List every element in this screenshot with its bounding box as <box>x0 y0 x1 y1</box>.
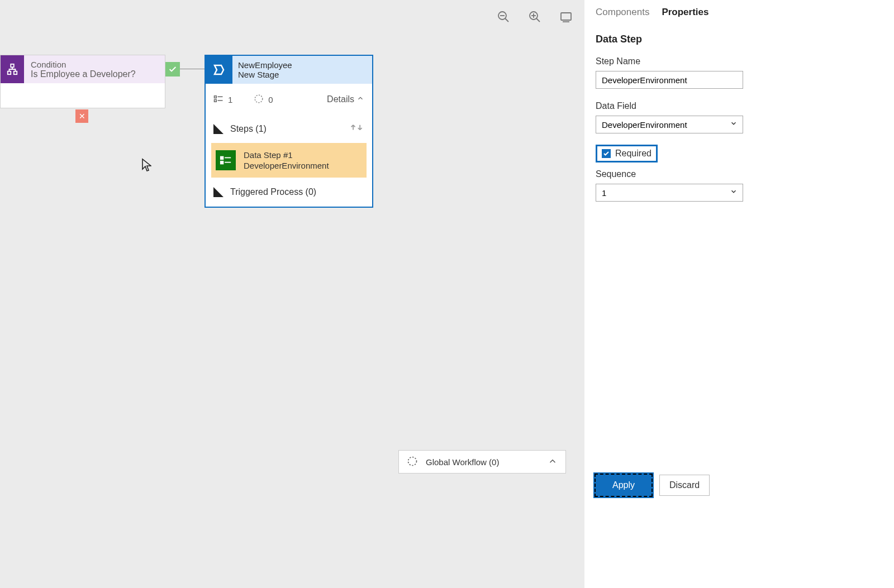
steps-label: Steps (1) <box>230 124 267 134</box>
svg-rect-9 <box>11 64 14 68</box>
apply-button[interactable]: Apply <box>596 475 652 496</box>
data-field-select[interactable] <box>596 116 743 133</box>
workflow-count: 0 <box>268 95 273 104</box>
stage-header: NewEmployee New Stage <box>206 56 372 84</box>
step-name-input[interactable] <box>596 71 743 89</box>
details-toggle[interactable]: Details <box>327 94 364 104</box>
connector-line <box>180 69 205 69</box>
checkbox-checked-icon <box>602 149 611 158</box>
fields-count: 1 <box>228 95 232 104</box>
discard-button[interactable]: Discard <box>659 475 710 496</box>
data-step-field: DeveloperEnvironment <box>244 160 329 171</box>
triggered-process-row[interactable]: Triggered Process (0) <box>206 178 372 207</box>
data-step-icon <box>216 150 236 170</box>
global-workflow-bar[interactable]: Global Workflow (0) <box>398 450 566 474</box>
svg-line-1 <box>505 18 508 22</box>
panel-footer: Apply Discard <box>596 475 710 496</box>
chevron-up-icon <box>356 94 364 104</box>
svg-rect-12 <box>215 95 217 98</box>
branch-no-marker[interactable]: ✕ <box>75 109 88 123</box>
required-label: Required <box>615 149 652 159</box>
condition-card[interactable]: Condition Is Employee a Developer? <box>0 55 165 108</box>
data-field-label: Data Field <box>596 101 743 111</box>
zoom-toolbar <box>497 10 573 26</box>
trigger-label: Triggered Process (0) <box>230 187 316 197</box>
workflow-icon <box>254 94 264 106</box>
svg-point-16 <box>255 95 263 103</box>
svg-rect-13 <box>215 99 217 102</box>
steps-bar: Steps (1) <box>206 115 372 143</box>
properties-panel: Components Properties Data Step Step Nam… <box>584 0 754 588</box>
condition-type-label: Condition <box>31 60 136 69</box>
tab-properties[interactable]: Properties <box>662 7 708 18</box>
collapse-icon[interactable] <box>213 124 224 134</box>
workflow-icon <box>407 456 418 469</box>
svg-line-4 <box>536 18 540 22</box>
panel-extension <box>754 0 894 588</box>
step-name-label: Step Name <box>596 56 743 66</box>
svg-rect-10 <box>8 71 11 75</box>
svg-rect-7 <box>561 13 571 20</box>
condition-header: Condition Is Employee a Developer? <box>1 55 165 83</box>
tab-components[interactable]: Components <box>596 7 649 18</box>
stage-entity-label: NewEmployee <box>238 60 292 70</box>
condition-icon <box>1 55 24 83</box>
data-step-title: Data Step #1 <box>244 150 329 161</box>
sequence-label: Sequence <box>596 169 743 179</box>
stage-card[interactable]: NewEmployee New Stage 1 0 <box>205 55 373 208</box>
panel-tabs: Components Properties <box>596 7 743 18</box>
svg-point-21 <box>408 457 417 465</box>
designer-canvas[interactable]: Condition Is Employee a Developer? ✕ New… <box>0 0 587 588</box>
cursor-icon <box>141 158 151 175</box>
fit-screen-icon[interactable] <box>559 10 573 26</box>
svg-rect-18 <box>221 161 224 164</box>
data-step-row[interactable]: Data Step #1 DeveloperEnvironment <box>211 143 367 178</box>
condition-name-label: Is Employee a Developer? <box>31 69 136 79</box>
svg-rect-11 <box>14 71 17 75</box>
collapse-icon <box>213 187 224 197</box>
panel-section-title: Data Step <box>596 34 743 45</box>
reorder-arrows-icon[interactable] <box>350 123 364 135</box>
fields-icon <box>213 95 224 104</box>
stage-meta-row: 1 0 Details <box>206 84 372 115</box>
chevron-up-icon[interactable] <box>548 456 558 468</box>
stage-icon <box>206 56 232 84</box>
svg-rect-17 <box>221 157 224 160</box>
branch-yes-marker[interactable] <box>165 62 180 77</box>
zoom-in-icon[interactable] <box>528 10 541 26</box>
required-checkbox-row[interactable]: Required <box>596 145 658 162</box>
zoom-out-icon[interactable] <box>497 10 510 26</box>
sequence-select[interactable] <box>596 184 743 202</box>
stage-name-label: New Stage <box>238 70 292 79</box>
global-workflow-label: Global Workflow (0) <box>426 457 499 467</box>
